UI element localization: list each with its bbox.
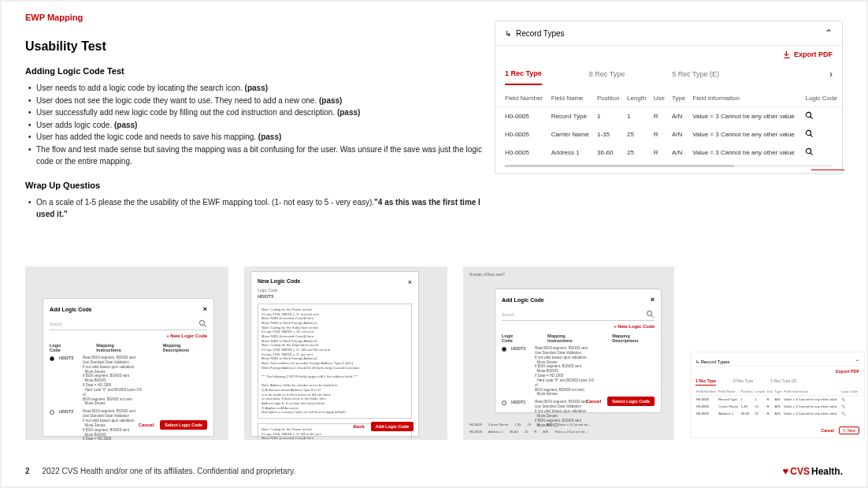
tab-5rec[interactable]: 5 Rec Type (E) (672, 64, 719, 84)
bullet-item: User successfully add new logic code by … (25, 106, 490, 119)
panel-title: Record Types (516, 29, 825, 38)
cancel-button[interactable]: Cancel (139, 423, 154, 427)
svg-line-9 (651, 315, 654, 318)
table-row: H0-0005Record Type11RA/NValue = 3 Cannot… (495, 107, 842, 126)
table-row: H0-0005Carrier Name1-3525RA/NValue = 3 C… (495, 125, 842, 143)
record-types-panel: ↳ Record Types ⌃ Export PDF 1 Rec Type 8… (495, 20, 843, 174)
bullet-item: User has added the logic code and needs … (25, 131, 490, 143)
section1-heading: Adding Logic Code Test (25, 66, 490, 76)
bullet-item: The flow and test made sense but saving … (25, 143, 490, 168)
close-icon[interactable]: × (203, 305, 207, 313)
search-icon (646, 310, 655, 319)
search-icon (198, 319, 207, 328)
record-table: Field NumberField NamePositionLengthUseT… (495, 90, 842, 162)
search-icon[interactable] (805, 111, 814, 120)
radio-hddt2[interactable] (50, 410, 54, 415)
instruction-textarea[interactable]: Note: Coding for the Power recordif Loop… (258, 304, 412, 419)
return-icon: ↳ (505, 29, 511, 38)
horizontal-scrollbar[interactable] (505, 165, 833, 167)
add-logic-code-button[interactable]: Add Logic Code (371, 422, 414, 431)
screenshot-1: Add Logic Code× Search + New Logic Code … (25, 266, 228, 440)
download-icon (783, 50, 791, 58)
section2-heading: Wrap Up Questios (25, 181, 490, 190)
new-logic-code-link[interactable]: + New Logic Code (166, 333, 207, 338)
tab-5rec[interactable]: 5 Rec Type (E) (770, 378, 796, 386)
search-icon[interactable] (805, 129, 814, 138)
svg-line-3 (811, 135, 813, 137)
screenshot-2: New Logic Code× Logic Code HDDT3 Note: C… (244, 266, 447, 440)
svg-point-4 (807, 148, 811, 153)
export-pdf-link[interactable]: Export PDF (696, 367, 859, 376)
search-input[interactable]: Search (502, 308, 655, 321)
svg-point-0 (807, 112, 811, 117)
footer-text: 2022 CVS Health and/or one of its affili… (43, 467, 296, 475)
back-button[interactable]: Back (353, 424, 364, 429)
cancel-button[interactable]: Cancel (822, 428, 834, 433)
svg-point-8 (647, 311, 651, 315)
new-logic-code-link[interactable]: + New Logic Code (614, 324, 655, 329)
close-icon[interactable]: × (651, 296, 655, 304)
new-button[interactable]: ✎ New (839, 427, 859, 434)
tab-8rec[interactable]: 8 Rec Type (589, 64, 625, 84)
svg-point-2 (807, 130, 811, 135)
bullet-item: User adds logic code. (pass) (25, 119, 490, 132)
page-title: Usability Test (25, 39, 490, 54)
page-number: 2 (25, 467, 30, 475)
close-icon[interactable]: × (408, 278, 412, 286)
screenshot-4: ↳ Record Types⌃ Export PDF 1 Rec Type8 R… (690, 352, 865, 438)
cvs-logo: ♥CVSHealth. (783, 465, 843, 477)
tab-1rec[interactable]: 1 Rec Type (505, 63, 542, 85)
chevron-up-icon[interactable]: ⌃ (825, 28, 833, 39)
svg-line-7 (204, 325, 206, 327)
accent-line (811, 169, 844, 170)
svg-line-5 (811, 153, 813, 155)
tab-1rec[interactable]: 1 Rec Type (696, 378, 716, 386)
screenshot-3: Number of Recs sent? Add Logic Code× Sea… (463, 266, 674, 440)
radio-hddt3[interactable] (50, 356, 54, 361)
svg-line-1 (811, 117, 813, 119)
search-icon[interactable] (805, 147, 814, 156)
select-logic-code-button[interactable]: Select Logic Code (160, 420, 207, 430)
cancel-button[interactable]: Cancel (586, 399, 602, 404)
radio-hddt3[interactable] (502, 347, 506, 352)
bullet-item: User needs to add a logic code by locati… (25, 82, 490, 95)
export-pdf-link[interactable]: Export PDF (495, 46, 842, 63)
search-input[interactable]: Search (50, 318, 207, 330)
radio-hddt1[interactable] (502, 400, 506, 405)
tab-8rec[interactable]: 8 Rec Type (733, 378, 753, 386)
table-row: H0-0005Address 136-6025RA/NValue = 3 Can… (495, 143, 842, 162)
bullet-item: On a scale of 1-5 please the the usabili… (25, 196, 490, 221)
chevron-right-icon[interactable]: › (829, 69, 833, 80)
bullet-item: User does not see the logic code they wa… (25, 95, 490, 107)
chevron-up-icon[interactable]: ⌃ (855, 359, 859, 364)
select-logic-code-button[interactable]: Select Logic Code (607, 397, 655, 406)
svg-point-6 (199, 320, 204, 325)
heart-icon: ♥ (783, 465, 789, 477)
